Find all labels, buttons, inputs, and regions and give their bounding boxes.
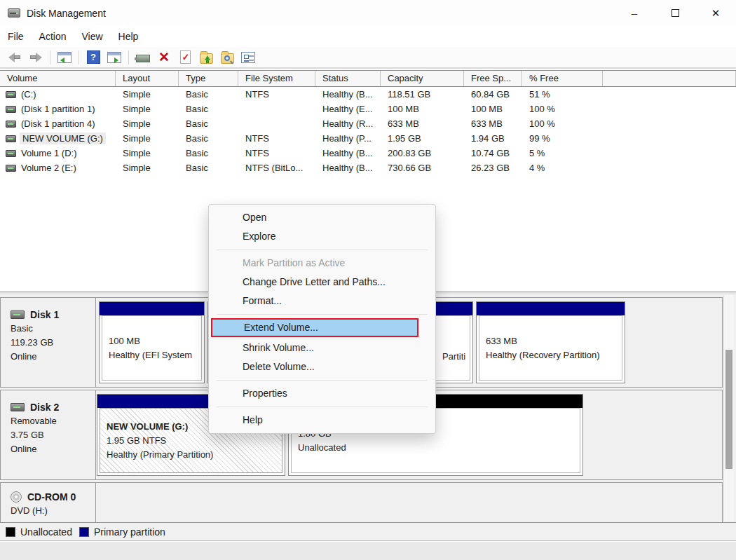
- cell-type: Basic: [179, 148, 238, 158]
- primary-partition-bar: [477, 302, 625, 315]
- delete-icon[interactable]: ✕: [155, 49, 173, 66]
- cell-status: Healthy (P...: [315, 133, 381, 144]
- column-header-file-system[interactable]: File System: [238, 71, 315, 86]
- forward-arrow-icon[interactable]: [27, 49, 45, 66]
- menu-file[interactable]: File: [0, 28, 32, 45]
- column-header-filler: [603, 71, 736, 86]
- menu-item-extend-volume[interactable]: Extend Volume...: [211, 318, 418, 337]
- cdrom-row: CD-ROM 0 DVD (H:): [0, 482, 723, 522]
- menu-item-format[interactable]: Format...: [209, 292, 435, 310]
- table-row[interactable]: Volume 1 (D:) Simple Basic NTFS Healthy …: [0, 146, 736, 161]
- cell-percent-free: 99 %: [522, 133, 603, 144]
- cell-type: Basic: [179, 89, 238, 100]
- column-header-layout[interactable]: Layout: [116, 71, 179, 86]
- column-header-percent-free[interactable]: % Free: [522, 71, 603, 86]
- cell-percent-free: 100 %: [522, 104, 603, 114]
- cell-status: Healthy (B...: [315, 163, 381, 173]
- cell-file-system: NTFS: [238, 133, 315, 144]
- cell-layout: Simple: [116, 104, 179, 114]
- volume-icon: [6, 165, 16, 172]
- device-icon[interactable]: [134, 49, 152, 66]
- toolbar-separator: [128, 50, 129, 64]
- menu-item-explore[interactable]: Explore: [209, 227, 435, 246]
- maximize-button[interactable]: [655, 0, 695, 26]
- cell-percent-free: 51 %: [522, 89, 603, 100]
- cell-layout: Simple: [116, 118, 179, 129]
- cell-file-system: NTFS: [238, 89, 315, 100]
- disk1-size: 119.23 GB: [11, 336, 95, 350]
- window-title: Disk Management: [27, 8, 106, 19]
- menu-item-help[interactable]: Help: [209, 411, 435, 430]
- menu-item-properties[interactable]: Properties: [209, 384, 435, 403]
- cell-type: Basic: [179, 163, 238, 173]
- menu-item-shrink-volume[interactable]: Shrink Volume...: [209, 339, 435, 357]
- properties-list-icon[interactable]: [239, 49, 257, 66]
- cell-capacity: 100 MB: [381, 104, 464, 114]
- folder-search-icon[interactable]: [218, 49, 236, 66]
- menu-action[interactable]: Action: [32, 28, 74, 45]
- volume-icon: [6, 150, 16, 157]
- cell-capacity: 730.66 GB: [381, 163, 464, 173]
- disk1-label[interactable]: Disk 1 Basic 119.23 GB Online: [1, 298, 96, 387]
- minimize-button[interactable]: –: [614, 0, 655, 26]
- cell-percent-free: 5 %: [522, 148, 603, 158]
- partition-recovery[interactable]: 633 MB Healthy (Recovery Partition): [476, 301, 625, 383]
- column-header-type[interactable]: Type: [179, 71, 238, 86]
- menu-help[interactable]: Help: [111, 28, 146, 45]
- cdrom-label[interactable]: CD-ROM 0 DVD (H:): [1, 483, 96, 522]
- toolbar: ? ✕: [0, 47, 736, 69]
- volume-icon: [6, 106, 16, 113]
- scrollbar-thumb[interactable]: [725, 350, 732, 469]
- table-row-selected[interactable]: NEW VOLUME (G:) Simple Basic NTFS Health…: [0, 131, 736, 146]
- cell-status: Healthy (B...: [315, 148, 381, 158]
- disk-management-app-icon: [8, 8, 20, 18]
- show-action-pane-icon[interactable]: [105, 49, 123, 66]
- context-menu: Open Explore Mark Partition as Active Ch…: [208, 204, 436, 434]
- cell-layout: Simple: [116, 89, 179, 100]
- volume-name: (Disk 1 partition 1): [21, 104, 95, 114]
- help-icon[interactable]: ?: [84, 49, 102, 66]
- close-button[interactable]: ✕: [695, 0, 736, 26]
- document-check-icon[interactable]: [176, 49, 194, 66]
- table-row[interactable]: (Disk 1 partition 1) Simple Basic Health…: [0, 102, 736, 116]
- cell-free-space: 26.23 GB: [464, 163, 522, 173]
- column-header-capacity[interactable]: Capacity: [381, 71, 464, 86]
- bottom-strip: [0, 542, 736, 560]
- cdrom-drive-letter: DVD (H:): [11, 504, 95, 518]
- folder-up-icon[interactable]: [197, 49, 215, 66]
- menu-view[interactable]: View: [74, 28, 110, 45]
- cell-free-space: 1.94 GB: [464, 133, 522, 144]
- volume-name: Volume 2 (E:): [21, 163, 76, 173]
- table-row[interactable]: (C:) Simple Basic NTFS Healthy (B... 118…: [0, 87, 736, 102]
- legend-label: Primary partition: [94, 526, 165, 538]
- menu-item-change-drive-letter[interactable]: Change Drive Letter and Paths...: [209, 273, 435, 292]
- cell-capacity: 1.95 GB: [381, 133, 464, 144]
- back-arrow-icon[interactable]: [6, 49, 24, 66]
- primary-partition-bar: [100, 302, 204, 315]
- column-header-volume[interactable]: Volume: [0, 71, 116, 86]
- cell-type: Basic: [179, 118, 238, 129]
- cell-capacity: 200.83 GB: [381, 148, 464, 158]
- menu-item-delete-volume[interactable]: Delete Volume...: [209, 357, 435, 376]
- partition-status-label: Unallocated: [298, 441, 580, 455]
- column-header-status[interactable]: Status: [315, 71, 381, 86]
- cell-free-space: 100 MB: [464, 104, 522, 114]
- cell-capacity: 633 MB: [381, 118, 464, 129]
- vertical-scrollbar[interactable]: [723, 295, 734, 521]
- partition-size-label: 633 MB: [486, 334, 622, 348]
- partition-efi[interactable]: 100 MB Healthy (EFI System: [99, 301, 205, 383]
- cell-layout: Simple: [116, 133, 179, 144]
- menu-separator: [217, 407, 428, 407]
- menu-separator: [217, 314, 428, 315]
- partition-size-label: 1.95 GB NTFS: [107, 434, 282, 448]
- disk-management-window: Disk Management – ✕ File Action View Hel…: [0, 0, 736, 560]
- show-console-tree-icon[interactable]: [55, 49, 74, 66]
- table-row[interactable]: (Disk 1 partition 4) Simple Basic Health…: [0, 116, 736, 131]
- column-header-free-space[interactable]: Free Sp...: [464, 71, 522, 86]
- primary-partition-swatch: [79, 527, 89, 537]
- cell-free-space: 60.84 GB: [464, 89, 522, 100]
- menu-item-open[interactable]: Open: [209, 208, 435, 227]
- volume-icon: [6, 121, 16, 128]
- disk2-label[interactable]: Disk 2 Removable 3.75 GB Online: [1, 390, 96, 479]
- table-row[interactable]: Volume 2 (E:) Simple Basic NTFS (BitLo..…: [0, 161, 736, 175]
